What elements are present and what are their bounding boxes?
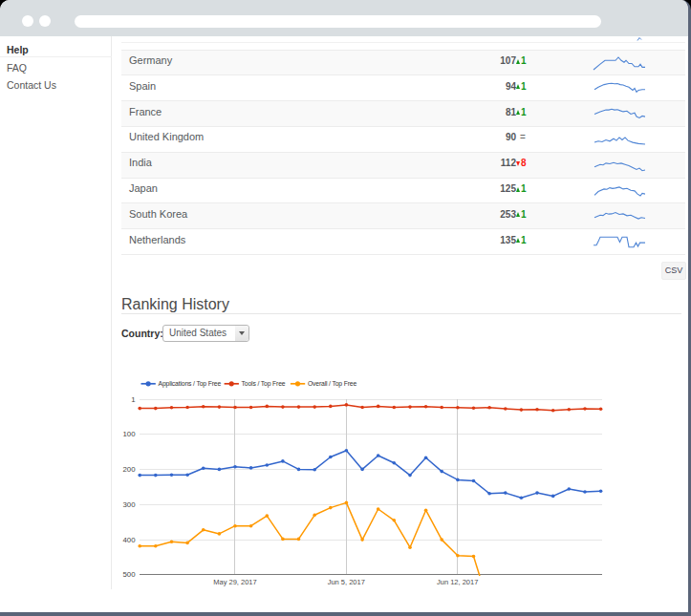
svg-text:300: 300 xyxy=(122,500,136,509)
svg-text:400: 400 xyxy=(122,536,136,544)
svg-text:Jun 12, 2017: Jun 12, 2017 xyxy=(437,578,478,586)
svg-text:500: 500 xyxy=(122,570,136,579)
svg-text:Applications / Top Free: Applications / Top Free xyxy=(159,380,222,388)
svg-text:200: 200 xyxy=(122,465,136,474)
svg-text:May 29, 2017: May 29, 2017 xyxy=(213,578,256,586)
svg-text:1: 1 xyxy=(131,395,135,404)
svg-text:Overall / Top Free: Overall / Top Free xyxy=(308,380,357,388)
svg-text:Tools / Top Free: Tools / Top Free xyxy=(242,380,286,388)
svg-text:Jun 5, 2017: Jun 5, 2017 xyxy=(328,578,365,586)
svg-text:100: 100 xyxy=(122,430,136,438)
